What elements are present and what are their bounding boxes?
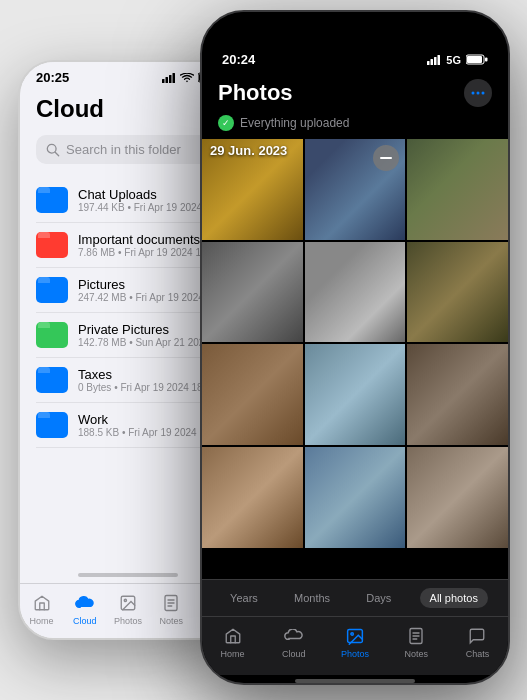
svg-rect-20: [467, 56, 482, 63]
folder-icon-green: [36, 322, 68, 348]
folder-meta: 188.5 KB • Fri Apr 19 2024 18:28:3: [78, 427, 220, 438]
minus-icon: [380, 157, 392, 159]
folder-name: Important documents: [78, 232, 220, 247]
folder-info: Private Pictures 142.78 MB • Sun Apr 21 …: [78, 322, 220, 348]
list-item[interactable]: Taxes 0 Bytes • Fri Apr 19 2024 18:28:5: [36, 358, 220, 403]
nav-label-photos-dark: Photos: [341, 649, 369, 659]
search-icon: [46, 143, 60, 157]
nav-item-cloud-dark[interactable]: Cloud: [263, 625, 324, 659]
cloud-icon: [74, 592, 96, 614]
svg-rect-3: [173, 73, 176, 83]
tab-all-photos[interactable]: All photos: [420, 588, 488, 608]
folder-info: Important documents 7.86 MB • Fri Apr 19…: [78, 232, 220, 258]
tab-days[interactable]: Days: [358, 588, 399, 608]
svg-rect-16: [431, 59, 434, 65]
photo-icon: [117, 592, 139, 614]
chat-icon-dark: [466, 625, 488, 647]
upload-status: ✓ Everything uploaded: [202, 111, 508, 139]
home-indicator-dark: [295, 679, 415, 683]
photo-deselect-button[interactable]: [373, 145, 399, 171]
nav-item-notes[interactable]: Notes: [150, 592, 193, 626]
svg-line-8: [55, 152, 59, 156]
nav-item-home-dark[interactable]: Home: [202, 625, 263, 659]
photo-cell[interactable]: [407, 344, 508, 445]
battery-icon-front: [466, 54, 488, 65]
photo-cell[interactable]: [305, 447, 406, 548]
nav-label-notes-dark: Notes: [404, 649, 428, 659]
folder-info: Taxes 0 Bytes • Fri Apr 19 2024 18:28:5: [78, 367, 220, 393]
svg-rect-18: [438, 55, 441, 65]
svg-point-27: [351, 633, 353, 635]
house-icon: [31, 592, 53, 614]
scene: 20:25: [0, 0, 527, 700]
time-front: 20:24: [222, 52, 255, 67]
filter-tabs: Years Months Days All photos: [202, 579, 508, 616]
time-back: 20:25: [36, 70, 69, 85]
photos-header: Photos: [202, 71, 508, 111]
book-icon-dark: [405, 625, 427, 647]
folder-meta: 7.86 MB • Fri Apr 19 2024 18:29:3: [78, 247, 220, 258]
search-bar[interactable]: Search in this folder: [36, 135, 220, 164]
photo-cell[interactable]: [305, 139, 406, 240]
nav-item-photos-dark[interactable]: Photos: [324, 625, 385, 659]
photo-grid: [202, 139, 508, 548]
svg-point-22: [472, 92, 475, 95]
more-icon: [471, 91, 485, 95]
status-icons-front: 5G: [427, 54, 488, 66]
more-button[interactable]: [464, 79, 492, 107]
list-item[interactable]: Chat Uploads 197.44 KB • Fri Apr 19 2024…: [36, 178, 220, 223]
list-item[interactable]: Work 188.5 KB • Fri Apr 19 2024 18:28:3: [36, 403, 220, 448]
folder-name: Pictures: [78, 277, 220, 292]
folder-meta: 0 Bytes • Fri Apr 19 2024 18:28:5: [78, 382, 220, 393]
photo-cell[interactable]: [407, 447, 508, 548]
svg-point-23: [477, 92, 480, 95]
signal-label: 5G: [446, 54, 461, 66]
svg-rect-1: [166, 77, 169, 83]
nav-label-home-dark: Home: [221, 649, 245, 659]
nav-item-photos[interactable]: Photos: [106, 592, 149, 626]
folder-meta: 247.42 MB • Fri Apr 19 2024 18:28: [78, 292, 220, 303]
nav-label-chats-dark: Chats: [466, 649, 490, 659]
folder-meta: 197.44 KB • Fri Apr 19 2024 18:58: [78, 202, 220, 213]
folder-icon-red: [36, 232, 68, 258]
nav-item-cloud[interactable]: Cloud: [63, 592, 106, 626]
photos-title: Photos: [218, 80, 293, 106]
cloud-icon-dark: [283, 625, 305, 647]
tab-months[interactable]: Months: [286, 588, 338, 608]
home-indicator: [78, 573, 178, 577]
folder-name: Private Pictures: [78, 322, 220, 337]
date-label: 29 Jun. 2023: [210, 143, 287, 158]
folder-icon-blue: [36, 277, 68, 303]
folder-info: Chat Uploads 197.44 KB • Fri Apr 19 2024…: [78, 187, 220, 213]
island-pill: [310, 22, 400, 48]
nav-item-home[interactable]: Home: [20, 592, 63, 626]
photo-cell[interactable]: [202, 344, 303, 445]
svg-rect-21: [485, 58, 488, 62]
nav-item-notes-dark[interactable]: Notes: [386, 625, 447, 659]
tab-years[interactable]: Years: [222, 588, 266, 608]
status-bar-front: 20:24 5G: [202, 48, 508, 71]
photo-cell[interactable]: [202, 242, 303, 343]
photo-cell[interactable]: [305, 242, 406, 343]
list-item[interactable]: Private Pictures 142.78 MB • Sun Apr 21 …: [36, 313, 220, 358]
folder-meta: 142.78 MB • Sun Apr 21 2024 20:1: [78, 337, 220, 348]
folder-name: Work: [78, 412, 220, 427]
front-phone: 20:24 5G: [200, 10, 510, 685]
check-icon: ✓: [218, 115, 234, 131]
photo-cell[interactable]: [305, 344, 406, 445]
signal-icon-front: [427, 55, 441, 65]
list-item[interactable]: Pictures 247.42 MB • Fri Apr 19 2024 18:…: [36, 268, 220, 313]
search-placeholder: Search in this folder: [66, 142, 181, 157]
dynamic-island: [202, 12, 508, 48]
nav-item-chats-dark[interactable]: Chats: [447, 625, 508, 659]
upload-text: Everything uploaded: [240, 116, 349, 130]
folder-icon-blue: [36, 367, 68, 393]
photo-cell[interactable]: [202, 447, 303, 548]
photo-cell[interactable]: [407, 139, 508, 240]
folder-name: Taxes: [78, 367, 220, 382]
book-icon: [160, 592, 182, 614]
photo-grid-container: 29 Jun. 2023: [202, 139, 508, 579]
nav-label-notes: Notes: [159, 616, 183, 626]
list-item[interactable]: Important documents 7.86 MB • Fri Apr 19…: [36, 223, 220, 268]
photo-cell[interactable]: [407, 242, 508, 343]
